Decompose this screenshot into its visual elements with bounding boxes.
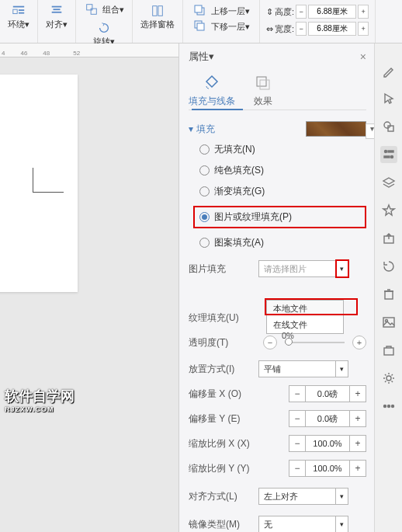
close-icon[interactable]: × [360, 50, 366, 63]
trash-icon[interactable] [380, 286, 397, 303]
radio-no-fill[interactable]: 无填充(N) [199, 143, 366, 156]
width-icon: ⇔ [266, 24, 273, 34]
svg-rect-4 [52, 6, 62, 8]
tab-effects[interactable]: 效果 [254, 75, 272, 108]
texture-fill-label: 纹理填充(U) [189, 311, 258, 325]
svg-point-21 [390, 156, 393, 158]
settings-icon[interactable] [380, 146, 397, 163]
align-button[interactable]: 对齐▾ [43, 2, 71, 32]
group-button[interactable]: 组合▾ [81, 2, 127, 17]
picture-fill-dropdown-button[interactable]: ▾ [336, 260, 348, 277]
horizontal-ruler: 4 46 48 52 [0, 43, 178, 57]
svg-rect-14 [197, 23, 204, 30]
selection-pane-button[interactable]: 选择窗格 [137, 2, 178, 32]
tab-underline [192, 109, 243, 110]
bring-forward-icon [192, 3, 208, 19]
height-minus[interactable]: − [296, 5, 307, 19]
width-minus[interactable]: − [296, 22, 307, 36]
offset-x-label: 偏移量 X (O) [189, 388, 258, 401]
mirror-select[interactable]: 无 [258, 516, 336, 532]
shape-icon[interactable] [380, 118, 397, 135]
offset-y-label: 偏移量 Y (E) [189, 412, 258, 426]
mirror-dropdown-button[interactable]: ▾ [336, 516, 348, 532]
svg-rect-2 [19, 9, 24, 11]
layers-icon[interactable] [380, 174, 397, 191]
svg-rect-20 [388, 151, 393, 152]
caret-down-icon: ▾ [189, 123, 193, 134]
share-icon[interactable] [380, 230, 397, 247]
send-backward-button[interactable]: 下移一层▾ [189, 19, 253, 34]
scale-x-plus[interactable]: + [349, 435, 366, 452]
alignment-select[interactable]: 左上对齐 [258, 488, 336, 505]
offset-x-value[interactable]: 0.0磅 [306, 385, 349, 402]
right-icon-rail [374, 43, 402, 532]
scale-x-value[interactable]: 100.0% [306, 435, 349, 452]
svg-rect-6 [52, 12, 62, 13]
offset-y-plus[interactable]: + [349, 410, 366, 427]
height-input[interactable] [308, 5, 356, 19]
width-input[interactable] [308, 22, 356, 36]
canvas-area[interactable]: 4 46 48 52 [0, 43, 178, 532]
align-label: 对齐▾ [46, 19, 68, 30]
opacity-plus-button[interactable]: + [352, 336, 366, 349]
svg-rect-0 [13, 6, 24, 8]
tile-mode-dropdown-button[interactable]: ▾ [336, 360, 348, 377]
fill-swatch-button[interactable] [306, 121, 366, 137]
opacity-slider-thumb[interactable] [285, 338, 293, 346]
offset-x-minus[interactable]: − [289, 385, 306, 402]
svg-rect-5 [54, 9, 61, 10]
scale-y-value[interactable]: 100.0% [306, 460, 349, 477]
svg-rect-18 [388, 126, 393, 131]
radio-solid-fill[interactable]: 纯色填充(S) [199, 164, 366, 177]
offset-x-plus[interactable]: + [349, 385, 366, 402]
width-label: 宽度: [275, 23, 294, 35]
svg-rect-7 [87, 5, 92, 10]
svg-rect-22 [384, 156, 390, 158]
offset-y-minus[interactable]: − [289, 410, 306, 427]
shape-placeholder[interactable] [33, 168, 64, 193]
rotate-icon [96, 20, 112, 36]
toolbox-icon[interactable] [380, 342, 397, 359]
radio-pattern-fill[interactable]: 图案填充(A) [199, 236, 366, 249]
gear-icon[interactable] [380, 370, 397, 387]
picture-fill-label: 图片填充 [189, 263, 258, 276]
scale-y-plus[interactable]: + [349, 460, 366, 477]
height-plus[interactable]: + [358, 5, 369, 19]
star-icon[interactable] [380, 202, 397, 219]
selection-pane-icon [150, 3, 165, 19]
properties-panel: 属性▾ × 填充与线条 效果 ▾ 填充 无填充(N) 纯色填充(S) 渐变填充(… [178, 43, 374, 532]
scale-x-label: 缩放比例 X (X) [189, 437, 258, 450]
fill-tab-icon [203, 75, 220, 92]
svg-rect-24 [385, 291, 393, 299]
svg-rect-25 [383, 318, 394, 327]
picture-fill-select[interactable]: 请选择图片 [258, 260, 336, 277]
backup-icon[interactable] [380, 258, 397, 275]
bring-forward-button[interactable]: 上移一层▾ [189, 3, 253, 19]
dropdown-item-online-file[interactable]: 在线文件 [267, 317, 343, 333]
tab-fill-line[interactable]: 填充与线条 [189, 75, 235, 108]
pencil-icon[interactable] [380, 62, 397, 79]
panel-title[interactable]: 属性▾ [189, 50, 214, 64]
cursor-icon[interactable] [380, 90, 397, 107]
align-icon [49, 3, 64, 19]
radio-picture-texture-fill[interactable]: 图片或纹理填充(P) [199, 210, 292, 224]
scale-y-minus[interactable]: − [289, 460, 306, 477]
svg-rect-16 [260, 80, 269, 89]
svg-point-29 [383, 405, 386, 408]
offset-y-value[interactable]: 0.0磅 [306, 410, 349, 427]
svg-rect-10 [158, 6, 162, 16]
scale-x-minus[interactable]: − [289, 435, 306, 452]
image-icon[interactable] [380, 314, 397, 331]
width-plus[interactable]: + [358, 22, 369, 36]
section-fill-header[interactable]: ▾ 填充 [189, 121, 366, 137]
dropdown-item-local-file[interactable]: 本地文件 [267, 301, 343, 317]
opacity-minus-button[interactable]: − [263, 336, 277, 349]
more-icon[interactable] [380, 398, 397, 415]
height-icon: ⇕ [266, 7, 273, 17]
mirror-label: 镜像类型(M) [189, 518, 258, 531]
alignment-dropdown-button[interactable]: ▾ [336, 488, 348, 505]
wrap-button[interactable]: 环绕▾ [5, 2, 33, 32]
opacity-slider-track[interactable] [285, 342, 345, 343]
radio-gradient-fill[interactable]: 渐变填充(G) [199, 185, 366, 198]
tile-mode-select[interactable]: 平铺 [258, 360, 336, 377]
